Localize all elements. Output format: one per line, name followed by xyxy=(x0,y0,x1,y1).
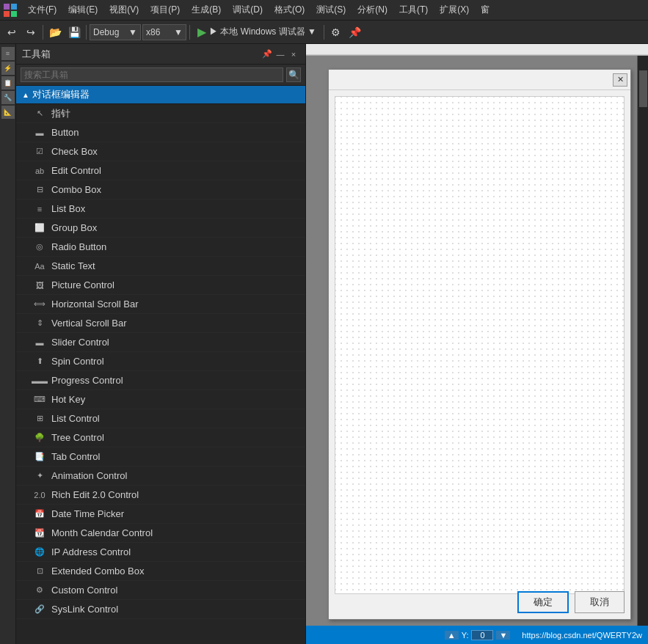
toolbox-item-date-time-picker[interactable]: 📅Date Time Picker xyxy=(16,505,305,524)
dialog-window: ✕ 确定 取消 xyxy=(328,69,631,620)
side-icon-2[interactable]: ⚡ xyxy=(1,62,15,75)
toolbox-item-icon-14: ▬▬ xyxy=(34,375,45,387)
toolbox-item-hot-key[interactable]: ⌨Hot Key xyxy=(16,390,305,409)
toolbox-item-picture-control[interactable]: 🖼Picture Control xyxy=(16,276,305,295)
toolbox-item-label-13: Spin Control xyxy=(51,356,104,367)
toolbox-items-container: ↖指针▬Button☑Check BoxabEdit Control⊟Combo… xyxy=(16,104,305,619)
menu-file[interactable]: 文件(F) xyxy=(22,2,62,18)
side-icon-4[interactable]: 🔧 xyxy=(1,91,15,104)
side-icons-panel: ≡ ⚡ 📋 🔧 📐 xyxy=(0,44,16,644)
toolbox-item-rich-edit-2.0-control[interactable]: 2.0Rich Edit 2.0 Control xyxy=(16,486,305,505)
toolbox-item-spin-control[interactable]: ⬆Spin Control xyxy=(16,352,305,371)
toolbox-item-custom-control[interactable]: ⚙Custom Control xyxy=(16,581,305,600)
toolbox-item-check-box[interactable]: ☑Check Box xyxy=(16,142,305,161)
toolbox-header-buttons: 📌 — × xyxy=(261,48,299,60)
scroll-up-btn[interactable]: ▲ xyxy=(445,631,459,640)
menu-edit[interactable]: 编辑(E) xyxy=(62,2,103,18)
toolbox-item-label-18: Tab Control xyxy=(51,451,100,462)
menu-debug[interactable]: 调试(D) xyxy=(227,2,269,18)
toolbox-item-animation-control[interactable]: ✦Animation Control xyxy=(16,466,305,486)
svg-rect-0 xyxy=(4,4,10,10)
toolbox-item-label-11: Vertical Scroll Bar xyxy=(51,318,127,329)
menu-project[interactable]: 项目(P) xyxy=(145,2,186,18)
toolbox-item-指针[interactable]: ↖指针 xyxy=(16,104,305,123)
toolbox-item-tree-control[interactable]: 🌳Tree Control xyxy=(16,428,305,447)
menu-format[interactable]: 格式(O) xyxy=(269,2,310,18)
toolbox-item-icon-17: 🌳 xyxy=(34,432,45,444)
toolbox-item-month-calendar-control[interactable]: 📆Month Calendar Control xyxy=(16,524,305,543)
menu-window[interactable]: 窗 xyxy=(475,2,495,18)
open-button[interactable]: 📂 xyxy=(46,23,64,41)
toolbox-item-list-box[interactable]: ≡List Box xyxy=(16,200,305,219)
menu-build[interactable]: 生成(B) xyxy=(186,2,227,18)
status-bar: ▲ Y: 0 ▼ https://blog.csdn.net/QWERTY2w xyxy=(306,626,648,644)
ruler-horizontal xyxy=(306,44,648,56)
toolbar-separator-4 xyxy=(324,25,324,40)
dialog-cancel-btn[interactable]: 取消 xyxy=(575,591,625,613)
toolbox-item-icon-5: ≡ xyxy=(34,203,45,215)
toolbox-item-button[interactable]: ▬Button xyxy=(16,123,305,142)
toolbox-item-group-box[interactable]: ⬜Group Box xyxy=(16,219,305,238)
side-icon-3[interactable]: 📋 xyxy=(1,76,15,89)
toolbox-item-icon-4: ⊟ xyxy=(34,184,45,196)
svg-rect-3 xyxy=(11,11,17,17)
toolbox-item-label-24: Extended Combo Box xyxy=(51,566,144,577)
search-button[interactable]: 🔍 xyxy=(286,67,301,82)
menu-extensions[interactable]: 扩展(X) xyxy=(434,2,475,18)
toolbox-item-radio-button[interactable]: ◎Radio Button xyxy=(16,238,305,257)
toolbox-section-dialog-editor[interactable]: ▲ 对话框编辑器 xyxy=(16,86,305,104)
status-url: https://blog.csdn.net/QWERTY2w xyxy=(522,631,642,640)
toolbox-item-icon-25: ⚙ xyxy=(34,585,45,596)
toolbox-item-label-19: Animation Control xyxy=(51,470,127,481)
toolbox-item-label-5: List Box xyxy=(51,203,85,214)
content-scrollbar[interactable] xyxy=(637,56,648,626)
toolbox-item-extended-combo-box[interactable]: ⊡Extended Combo Box xyxy=(16,562,305,581)
toolbar-pin-btn[interactable]: 📌 xyxy=(346,23,364,41)
build-config-dropdown[interactable]: Debug ▼ xyxy=(90,24,141,40)
toolbox-item-icon-11: ⇕ xyxy=(34,318,45,329)
toolbox-item-icon-26: 🔗 xyxy=(34,604,45,615)
toolbox-item-vertical-scroll-bar[interactable]: ⇕Vertical Scroll Bar xyxy=(16,314,305,333)
toolbox-item-list-control[interactable]: ⊞List Control xyxy=(16,409,305,428)
toolbox-item-static-text[interactable]: AaStatic Text xyxy=(16,257,305,276)
toolbox-item-label-26: SysLink Control xyxy=(51,604,118,615)
toolbox-item-edit-control[interactable]: abEdit Control xyxy=(16,161,305,180)
menu-tools[interactable]: 工具(T) xyxy=(393,2,434,18)
platform-dropdown[interactable]: x86 ▼ xyxy=(142,24,186,40)
toolbox-pin-btn[interactable]: 📌 xyxy=(261,48,273,60)
toolbox-item-horizontal-scroll-bar[interactable]: ⟺Horizontal Scroll Bar xyxy=(16,295,305,314)
section-label: 对话框编辑器 xyxy=(32,88,90,101)
toolbox-close-btn[interactable]: × xyxy=(288,48,299,60)
toolbar: ↩ ↪ 📂 💾 Debug ▼ x86 ▼ ▶ ▶ 本地 Windows 调试器… xyxy=(0,21,648,44)
menu-analyze[interactable]: 分析(N) xyxy=(352,2,393,18)
side-icon-1[interactable]: ≡ xyxy=(1,47,15,60)
toolbox-item-label-3: Edit Control xyxy=(51,165,101,176)
dialog-content-area[interactable] xyxy=(335,96,625,594)
save-button[interactable]: 💾 xyxy=(65,23,83,41)
toolbar-separator-1 xyxy=(43,25,43,40)
undo-button[interactable]: ↩ xyxy=(3,23,21,41)
toolbox-item-combo-box[interactable]: ⊟Combo Box xyxy=(16,180,305,200)
toolbox-item-ip-address-control[interactable]: 🌐IP Address Control xyxy=(16,543,305,562)
toolbar-extra-btn[interactable]: ⚙ xyxy=(327,23,345,41)
svg-rect-4 xyxy=(306,44,648,56)
dialog-close-btn[interactable]: ✕ xyxy=(613,73,627,87)
toolbox-item-progress-control[interactable]: ▬▬Progress Control xyxy=(16,371,305,390)
toolbox-item-tab-control[interactable]: 📑Tab Control xyxy=(16,447,305,466)
main-area: ≡ ⚡ 📋 🔧 📐 工具箱 📌 — × 🔍 ▲ 对话框编辑器 xyxy=(0,44,648,644)
menu-view[interactable]: 视图(V) xyxy=(103,2,145,18)
run-button[interactable]: ▶ ▶ 本地 Windows 调试器 ▼ xyxy=(193,23,321,40)
toolbox-minimize-btn[interactable]: — xyxy=(274,48,286,60)
content-area: ✕ 确定 取消 ▲ Y: 0 ▼ https://blo xyxy=(306,44,648,644)
redo-button[interactable]: ↪ xyxy=(22,23,40,41)
y-coord-label: Y: xyxy=(462,631,469,640)
dialog-confirm-btn[interactable]: 确定 xyxy=(517,591,569,613)
scroll-down-btn[interactable]: ▼ xyxy=(496,631,510,640)
side-icon-5[interactable]: 📐 xyxy=(1,106,15,119)
dialog-buttons: 确定 取消 xyxy=(517,591,625,613)
search-input[interactable] xyxy=(21,67,283,82)
toolbox-item-syslink-control[interactable]: 🔗SysLink Control xyxy=(16,600,305,619)
toolbox-item-slider-control[interactable]: ▬Slider Control xyxy=(16,333,305,352)
menu-test[interactable]: 测试(S) xyxy=(310,2,352,18)
toolbox-item-icon-13: ⬆ xyxy=(34,356,45,367)
